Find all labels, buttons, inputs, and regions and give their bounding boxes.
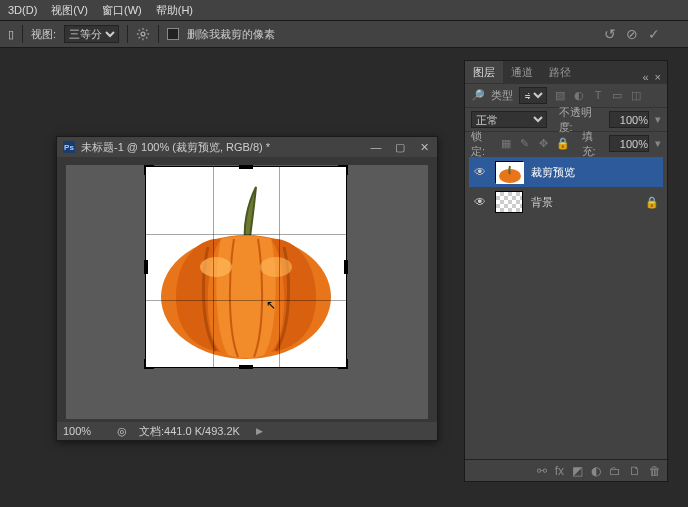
- tab-channels[interactable]: 通道: [503, 61, 541, 83]
- delete-layer-icon[interactable]: 🗑: [649, 464, 661, 478]
- crop-handle-t[interactable]: [239, 165, 253, 169]
- visibility-icon[interactable]: 👁: [473, 195, 487, 209]
- opacity-flyout-icon[interactable]: ▾: [655, 113, 661, 126]
- menu-help[interactable]: 帮助(H): [156, 3, 193, 18]
- lock-trans-icon[interactable]: ▦: [499, 137, 513, 150]
- gear-icon[interactable]: [136, 27, 150, 41]
- layer-row[interactable]: 👁 背景 🔒: [469, 187, 663, 217]
- crop-handle-br[interactable]: [338, 359, 348, 369]
- layer-row[interactable]: 👁 裁剪预览: [469, 157, 663, 187]
- reset-icon[interactable]: ↺: [604, 26, 616, 42]
- status-nav-icon[interactable]: ◎: [117, 425, 127, 438]
- collapse-icon[interactable]: «: [642, 71, 648, 83]
- new-layer-icon[interactable]: 🗋: [629, 464, 641, 478]
- fx-icon[interactable]: fx: [555, 464, 564, 478]
- fill-flyout-icon[interactable]: ▾: [655, 137, 661, 150]
- delete-cropped-label: 删除我裁剪的像素: [187, 27, 275, 42]
- menu-view[interactable]: 视图(V): [51, 3, 88, 18]
- overlay-select[interactable]: 三等分: [64, 25, 119, 43]
- close-panel-icon[interactable]: ×: [655, 71, 661, 83]
- commit-icon[interactable]: ✓: [648, 26, 660, 42]
- filter-adjust-icon[interactable]: ◐: [572, 89, 586, 102]
- fill-label: 填充:: [582, 129, 604, 159]
- crop-marquee[interactable]: [146, 167, 346, 367]
- blend-mode-select[interactable]: 正常: [471, 111, 547, 128]
- canvas[interactable]: ↖: [66, 165, 428, 419]
- lock-pixels-icon[interactable]: ✎: [518, 137, 532, 150]
- layer-thumb[interactable]: [495, 161, 523, 183]
- workspace: Ps 未标题-1 @ 100% (裁剪预览, RGB/8) * — ▢ ✕: [0, 48, 688, 507]
- filter-shape-icon[interactable]: ▭: [610, 89, 624, 102]
- filter-pixel-icon[interactable]: ▧: [553, 89, 567, 102]
- crop-handle-bl[interactable]: [144, 359, 154, 369]
- cancel-icon[interactable]: ⊘: [626, 26, 638, 42]
- visibility-icon[interactable]: 👁: [473, 165, 487, 179]
- filter-kind-select[interactable]: ≑: [519, 87, 547, 104]
- lock-all-icon[interactable]: 🔒: [556, 137, 570, 150]
- tab-paths[interactable]: 路径: [541, 61, 579, 83]
- svg-line-8: [146, 30, 147, 31]
- lock-icon: 🔒: [645, 196, 659, 209]
- crop-handle-tl[interactable]: [144, 165, 154, 175]
- svg-line-6: [146, 37, 147, 38]
- group-icon[interactable]: 🗀: [609, 464, 621, 478]
- filter-kind-icon[interactable]: 🔎: [471, 89, 485, 102]
- minimize-button[interactable]: —: [369, 141, 383, 154]
- crop-handle-r[interactable]: [344, 260, 348, 274]
- options-bar: ▯ 视图: 三等分 删除我裁剪的像素 ↺ ⊘ ✓: [0, 20, 688, 48]
- svg-line-7: [139, 37, 140, 38]
- crop-handle-b[interactable]: [239, 365, 253, 369]
- status-bar: 100% ◎ 文档:441.0 K/493.2K ▶: [57, 422, 437, 440]
- mask-icon[interactable]: ◩: [572, 464, 583, 478]
- document-title: 未标题-1 @ 100% (裁剪预览, RGB/8) *: [81, 140, 270, 155]
- lock-label: 锁定:: [471, 129, 493, 159]
- close-button[interactable]: ✕: [417, 141, 431, 154]
- layers-bottom-icons: ⚯ fx ◩ ◐ 🗀 🗋 🗑: [465, 459, 667, 481]
- lock-pos-icon[interactable]: ✥: [537, 137, 551, 150]
- tab-layers[interactable]: 图层: [465, 61, 503, 83]
- panels-dock: 图层 通道 路径 « × 🔎 类型 ≑ ▧ ◐ T ▭ ◫: [464, 60, 668, 486]
- link-layers-icon[interactable]: ⚯: [537, 464, 547, 478]
- filter-smart-icon[interactable]: ◫: [629, 89, 643, 102]
- adjustment-icon[interactable]: ◐: [591, 464, 601, 478]
- filter-kind-label: 类型: [491, 88, 513, 103]
- menu-bar: 3D(D) 视图(V) 窗口(W) 帮助(H): [0, 0, 688, 20]
- svg-point-0: [141, 32, 145, 36]
- crop-tool-icon: ▯: [8, 28, 14, 41]
- zoom-level[interactable]: 100%: [63, 425, 105, 437]
- fill-input[interactable]: [609, 135, 649, 152]
- crop-handle-tr[interactable]: [338, 165, 348, 175]
- doc-info[interactable]: 文档:441.0 K/493.2K: [139, 424, 240, 439]
- filter-type-icon[interactable]: T: [591, 89, 605, 102]
- layer-name[interactable]: 裁剪预览: [531, 165, 575, 180]
- menu-window[interactable]: 窗口(W): [102, 3, 142, 18]
- delete-cropped-checkbox[interactable]: [167, 28, 179, 40]
- layers-list: 👁 裁剪预览 👁 背景 🔒: [465, 155, 667, 459]
- opacity-input[interactable]: [609, 111, 649, 128]
- doc-info-flyout-icon[interactable]: ▶: [256, 426, 263, 436]
- svg-line-5: [139, 30, 140, 31]
- crop-handle-l[interactable]: [144, 260, 148, 274]
- maximize-button[interactable]: ▢: [393, 141, 407, 154]
- ps-icon: Ps: [63, 141, 75, 153]
- panel-tabs: 图层 通道 路径 « ×: [465, 61, 667, 83]
- document-titlebar[interactable]: Ps 未标题-1 @ 100% (裁剪预览, RGB/8) * — ▢ ✕: [57, 137, 437, 157]
- document-window: Ps 未标题-1 @ 100% (裁剪预览, RGB/8) * — ▢ ✕: [56, 136, 438, 441]
- menu-3d[interactable]: 3D(D): [8, 4, 37, 16]
- overlay-label: 视图:: [31, 27, 56, 42]
- layer-name[interactable]: 背景: [531, 195, 553, 210]
- layers-panel: 图层 通道 路径 « × 🔎 类型 ≑ ▧ ◐ T ▭ ◫: [464, 60, 668, 482]
- layer-thumb[interactable]: [495, 191, 523, 213]
- cursor-icon: ↖: [266, 298, 276, 312]
